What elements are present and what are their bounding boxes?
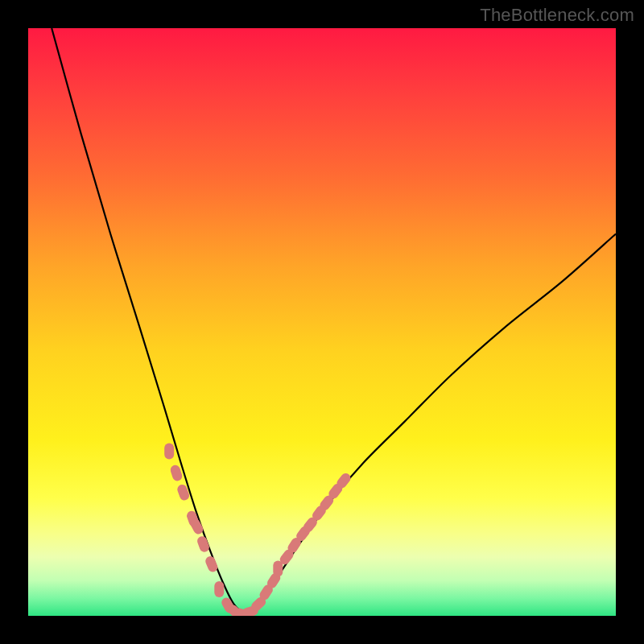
curve-marker xyxy=(214,581,224,597)
marker-group xyxy=(164,444,353,616)
curve-marker xyxy=(196,535,210,553)
watermark-text: TheBottleneck.com xyxy=(480,5,634,26)
curve-marker xyxy=(273,561,283,577)
chart-svg xyxy=(28,28,616,616)
outer-frame: TheBottleneck.com xyxy=(0,0,644,644)
plot-area xyxy=(28,28,616,616)
bottleneck-curve xyxy=(52,28,616,613)
curve-marker xyxy=(204,555,219,573)
curve-marker xyxy=(164,444,174,460)
